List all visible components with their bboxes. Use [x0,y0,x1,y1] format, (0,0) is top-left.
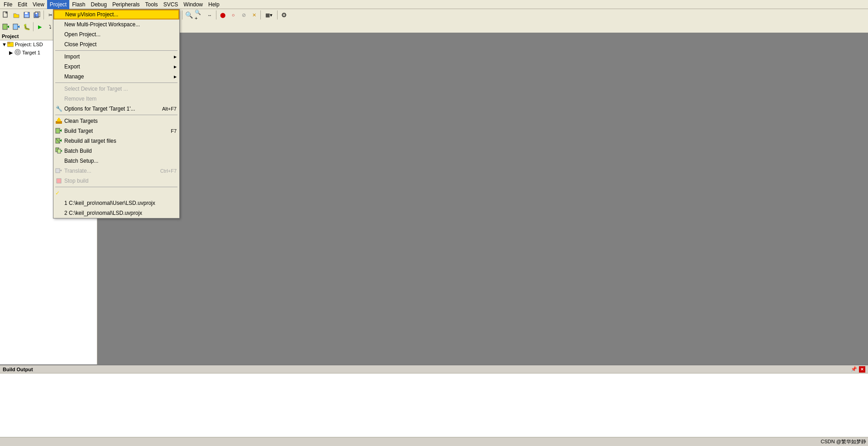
find-in-files-button[interactable]: 🔍+ [194,10,204,20]
menu-tools[interactable]: Tools [143,0,161,9]
menu-recent-1[interactable]: ✓ [53,188,179,198]
menu-help[interactable]: Help [206,0,222,9]
project-icon [7,41,14,48]
svg-marker-11 [18,25,19,28]
build-target-label: Build Target [64,128,93,134]
translate-icon [55,167,62,175]
batch-build-label: Batch Build [64,148,92,154]
menu-debug[interactable]: Debug [88,0,110,9]
toolbar-sep-1 [43,10,44,19]
view-dropdown-button[interactable]: ▦▾ [262,10,276,20]
statusbar-author: CSDN @繁华如梦静 [821,438,866,445]
build-output-content [0,373,868,377]
menu-import[interactable]: Import [53,52,179,62]
svg-rect-27 [7,42,10,44]
menu-translate: Translate... Ctrl+F7 [53,166,179,176]
tree-arrow-root: ▼ [2,42,6,47]
recent-2-label: 1 C:\keil_pro\nomal\User\LSD.uvprojx [64,200,155,206]
build-output-title: Build Output [3,367,33,372]
translate-label: Translate... [64,168,91,174]
menu-svcs[interactable]: SVCS [161,0,181,9]
new-file-button[interactable] [1,10,11,20]
menu-flash[interactable]: Flash [69,0,88,9]
build2-button[interactable] [1,22,11,32]
menu-sep-2 [55,82,177,83]
rebuild-label: Rebuild all target files [64,138,116,144]
menu-peripherals[interactable]: Peripherals [110,0,143,9]
menu-file[interactable]: File [1,0,15,9]
menu-new-uvision-project[interactable]: New μVision Project... [53,10,179,19]
enable-bp-button[interactable]: ○ [228,10,238,20]
menu-new-multi-workspace[interactable]: New Multi-Project Workspace... [53,19,179,29]
stop-build-label: Stop build [64,178,88,184]
menu-export[interactable]: Export [53,62,179,72]
open-file-button[interactable] [11,10,21,20]
find-button[interactable]: 🔍 [184,10,194,20]
target1-label: Target 1 [22,50,40,55]
menu-recent-3[interactable]: 2 C:\keil_pro\nomal\LSD.uvprojx [53,208,179,218]
project-dropdown-menu: New μVision Project... New Multi-Project… [53,9,180,218]
svg-marker-24 [60,170,62,171]
translate-shortcut: Ctrl+F7 [160,168,177,174]
project-root-label: Project: LSD [15,42,43,47]
toolbar-sep-8 [260,10,261,19]
svg-marker-9 [7,25,9,28]
open-project-label: Open Project... [64,31,101,38]
toolbar-sep-6 [182,10,182,19]
menu-manage[interactable]: Manage [53,72,179,82]
menu-project[interactable]: Project [47,0,69,9]
target-icon [14,49,21,56]
disable-all-bp-button[interactable]: ⊘ [239,10,249,20]
build-output-header: Build Output 📌 ✕ [0,365,868,373]
pin-button[interactable]: 📌 [851,366,857,373]
build-output-panel: Build Output 📌 ✕ [0,364,868,437]
search-replace-button[interactable]: ↔ [205,10,215,20]
menu-stop-build: Stop build [53,176,179,186]
statusbar-right: CSDN @繁华如梦静 [821,438,866,445]
svg-rect-15 [56,128,60,133]
options-shortcut: Alt+F7 [162,106,177,112]
debug2-button[interactable]: 🐛 [22,22,32,32]
svg-rect-25 [57,179,61,183]
clean-targets-label: Clean Targets [64,118,98,124]
menu-build-target[interactable]: Build Target F7 [53,126,179,136]
toolbar-sep-9 [277,10,278,19]
config-button[interactable]: ⚙ [279,10,289,20]
menu-window[interactable]: Window [181,0,206,9]
menu-rebuild-all[interactable]: Rebuild all target files [53,136,179,146]
menu-batch-setup[interactable]: Batch Setup... [53,156,179,166]
toggle-bp-button[interactable]: ⬤ [218,10,228,20]
menu-view[interactable]: View [30,0,47,9]
save-button[interactable] [22,10,32,20]
menu-select-device: Select Device for Target ... [53,84,179,94]
menu-open-project[interactable]: Open Project... [53,29,179,39]
menu-recent-2[interactable]: 1 C:\keil_pro\nomal\User\LSD.uvprojx [53,198,179,208]
select-device-label: Select Device for Target ... [64,86,128,92]
menu-edit[interactable]: Edit [15,0,30,9]
batch-build-icon [55,147,62,155]
svg-rect-14 [58,118,60,120]
import-label: Import [64,53,80,60]
load-button[interactable] [11,22,21,32]
svg-marker-16 [60,129,62,132]
svg-rect-3 [25,12,28,14]
svg-point-30 [17,52,18,53]
run-button[interactable]: ▶ [35,22,45,32]
menu-close-project[interactable]: Close Project [53,39,179,49]
svg-rect-10 [13,24,18,29]
save-all-button[interactable] [32,10,42,20]
clean-icon [55,117,62,125]
kill-all-bp-button[interactable]: ✕ [249,10,259,20]
stop-icon [55,177,62,184]
options-target-label: Options for Target 'Target 1'... [64,106,135,112]
svg-marker-18 [60,139,62,142]
menu-sep-1 [55,50,177,51]
menu-sep-4 [55,187,177,187]
batch-setup-label: Batch Setup... [64,158,98,164]
svg-rect-21 [58,149,61,153]
close-build-output-button[interactable]: ✕ [859,366,865,373]
menu-options-target[interactable]: 🔧 Options for Target 'Target 1'... Alt+F… [53,104,179,114]
menu-batch-build[interactable]: Batch Build [53,146,179,156]
menu-clean-targets[interactable]: Clean Targets [53,116,179,126]
wrench-icon: 🔧 [55,105,62,112]
